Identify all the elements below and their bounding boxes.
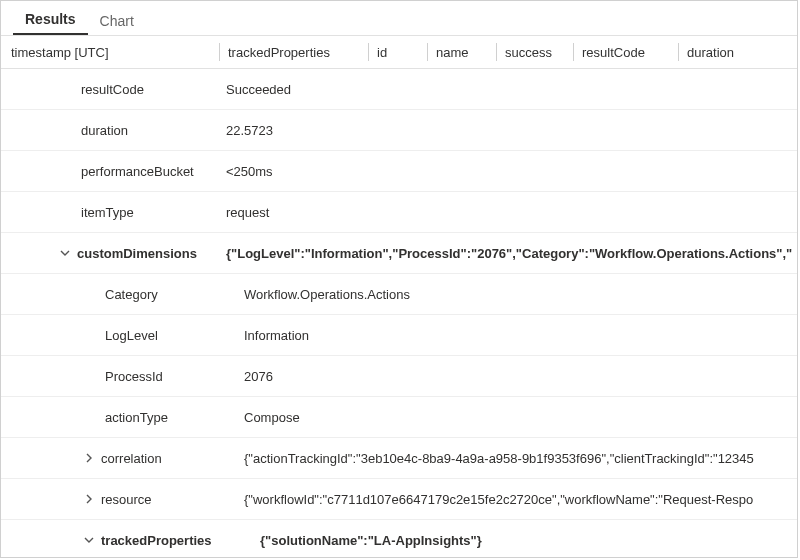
val-category: Workflow.Operations.Actions — [244, 287, 797, 302]
val-itemtype: request — [226, 205, 797, 220]
row-itemtype[interactable]: itemType request — [1, 192, 797, 233]
key-performancebucket: performanceBucket — [81, 164, 194, 179]
key-trackedproperties: trackedProperties — [101, 533, 212, 548]
key-duration: duration — [81, 123, 191, 138]
col-id[interactable]: id — [377, 45, 419, 60]
chevron-right-icon[interactable] — [81, 450, 97, 466]
key-correlation: correlation — [101, 451, 211, 466]
key-itemtype: itemType — [81, 205, 191, 220]
col-duration[interactable]: duration — [687, 45, 747, 60]
row-performancebucket[interactable]: performanceBucket <250ms — [1, 151, 797, 192]
col-trackedprops[interactable]: trackedProperties — [228, 45, 360, 60]
tab-chart[interactable]: Chart — [88, 5, 146, 35]
val-customdimensions: {"LogLevel":"Information","ProcessId":"2… — [226, 246, 797, 261]
row-customdimensions[interactable]: customDimensions {"LogLevel":"Informatio… — [1, 233, 797, 274]
key-resource: resource — [101, 492, 211, 507]
row-resultcode[interactable]: resultCode Succeeded — [1, 69, 797, 110]
val-processid: 2076 — [244, 369, 797, 384]
col-resultcode[interactable]: resultCode — [582, 45, 670, 60]
key-processid: ProcessId — [105, 369, 215, 384]
val-resultcode: Succeeded — [226, 82, 797, 97]
row-processid[interactable]: ProcessId 2076 — [1, 356, 797, 397]
chevron-down-icon[interactable] — [81, 532, 97, 548]
key-category: Category — [105, 287, 215, 302]
results-body: resultCode Succeeded duration 22.5723 pe… — [1, 69, 797, 558]
key-resultcode: resultCode — [81, 82, 191, 97]
column-headers: timestamp [UTC] trackedProperties id nam… — [1, 36, 797, 69]
row-actiontype[interactable]: actionType Compose — [1, 397, 797, 438]
val-actiontype: Compose — [244, 410, 797, 425]
val-loglevel: Information — [244, 328, 797, 343]
row-category[interactable]: Category Workflow.Operations.Actions — [1, 274, 797, 315]
chevron-down-icon[interactable] — [57, 245, 73, 261]
key-customdimensions: customDimensions — [77, 246, 197, 261]
val-performancebucket: <250ms — [226, 164, 797, 179]
val-correlation: {"actionTrackingId":"3eb10e4c-8ba9-4a9a-… — [244, 451, 797, 466]
row-loglevel[interactable]: LogLevel Information — [1, 315, 797, 356]
col-timestamp[interactable]: timestamp [UTC] — [11, 45, 211, 60]
row-correlation[interactable]: correlation {"actionTrackingId":"3eb10e4… — [1, 438, 797, 479]
tab-bar: Results Chart — [1, 1, 797, 36]
chevron-right-icon[interactable] — [81, 491, 97, 507]
row-trackedproperties[interactable]: trackedProperties {"solutionName":"LA-Ap… — [1, 520, 797, 558]
row-duration[interactable]: duration 22.5723 — [1, 110, 797, 151]
tab-results[interactable]: Results — [13, 3, 88, 35]
val-resource: {"workflowId":"c7711d107e6647179c2e15fe2… — [244, 492, 797, 507]
key-loglevel: LogLevel — [105, 328, 215, 343]
col-success[interactable]: success — [505, 45, 565, 60]
val-trackedproperties: {"solutionName":"LA-AppInsights"} — [260, 533, 797, 548]
key-actiontype: actionType — [105, 410, 215, 425]
row-resource[interactable]: resource {"workflowId":"c7711d107e664717… — [1, 479, 797, 520]
val-duration: 22.5723 — [226, 123, 797, 138]
col-name[interactable]: name — [436, 45, 488, 60]
